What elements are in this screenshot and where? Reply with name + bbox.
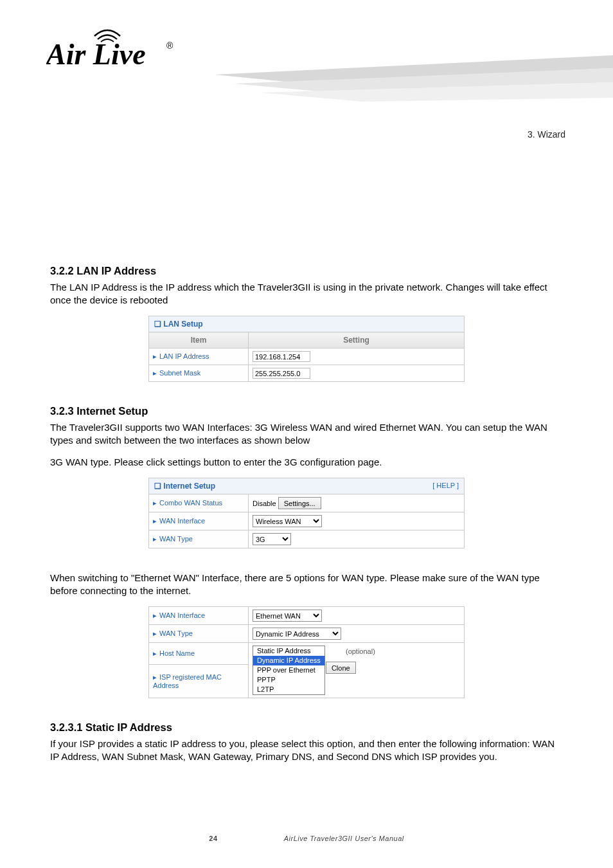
- section-lan-title: 3.2.2 LAN IP Address: [50, 265, 563, 277]
- page-footer: 24 AirLive Traveler3GII User's Manual: [209, 835, 404, 842]
- svg-marker-2: [215, 55, 613, 82]
- combo-wan-label: Combo WAN Status: [159, 499, 222, 507]
- page-header: Air Live ®: [0, 0, 613, 109]
- ether-wan-type-select[interactable]: Dynamic IP Address: [253, 628, 341, 640]
- ether-wan-interface-select[interactable]: Ethernet WAN: [253, 610, 322, 622]
- panel-caret-icon: ❏: [154, 482, 161, 491]
- section-internet-p1: The Traveler3GII supports two WAN Interf…: [50, 421, 563, 447]
- section-internet-title: 3.2.3 Internet Setup: [50, 405, 563, 417]
- col-item: Item: [149, 332, 249, 348]
- wan-type-label: WAN Type: [159, 535, 193, 543]
- panel-caret-icon: ❏: [154, 320, 161, 329]
- combo-wan-settings-button[interactable]: Settings...: [278, 497, 321, 509]
- lan-panel-title: LAN Setup: [163, 320, 202, 329]
- section-lan-body: The LAN IP Address is the IP address whi…: [50, 281, 563, 307]
- wan-type-option[interactable]: L2TP: [253, 685, 324, 694]
- row-caret-icon: ▸: [153, 673, 157, 681]
- svg-marker-4: [260, 82, 613, 102]
- ethernet-wan-panel: ▸WAN Interface Ethernet WAN ▸WAN Type Dy…: [148, 606, 465, 698]
- wan-type-option-selected[interactable]: Dynamic IP Address: [253, 656, 324, 665]
- subnet-mask-input[interactable]: [253, 368, 310, 379]
- svg-text:®: ®: [166, 41, 173, 51]
- combo-wan-status: Disable: [253, 500, 276, 507]
- header-divider: [215, 53, 613, 108]
- svg-marker-3: [234, 68, 613, 91]
- wan-type-option[interactable]: Static IP Address: [253, 646, 324, 656]
- wan-interface-label: WAN Interface: [159, 517, 205, 525]
- svg-text:Air Live: Air Live: [46, 38, 146, 71]
- lan-ip-input[interactable]: [253, 351, 310, 362]
- ether-wan-type-label: WAN Type: [159, 629, 193, 637]
- chapter-label: 3. Wizard: [528, 129, 565, 140]
- row-caret-icon: ▸: [153, 517, 157, 525]
- row-caret-icon: ▸: [153, 611, 157, 619]
- wan-type-dropdown-list[interactable]: Static IP Address Dynamic IP Address PPP…: [253, 646, 325, 695]
- col-setting: Setting: [249, 332, 465, 348]
- row-caret-icon: ▸: [153, 499, 157, 507]
- row-caret-icon: ▸: [153, 629, 157, 637]
- row-caret-icon: ▸: [153, 352, 157, 360]
- internet-setup-panel: ❏ Internet Setup [ HELP ] ▸Combo WAN Sta…: [148, 478, 465, 548]
- subnet-mask-label: Subnet Mask: [159, 369, 200, 377]
- host-name-label: Host Name: [159, 649, 195, 657]
- lan-setup-panel: ❏ LAN Setup Item Setting ▸LAN IP Address…: [148, 316, 465, 382]
- lan-ip-label: LAN IP Address: [159, 352, 209, 360]
- ether-wan-interface-label: WAN Interface: [159, 611, 205, 619]
- internet-panel-title: Internet Setup: [163, 482, 215, 491]
- isp-mac-label: ISP registered MAC Address: [153, 673, 222, 689]
- wan-interface-select[interactable]: Wireless WAN: [253, 515, 322, 527]
- clone-mac-button[interactable]: Clone: [326, 662, 356, 674]
- section-static-title: 3.2.3.1 Static IP Address: [50, 721, 563, 734]
- section-ether-body: When switching to "Ethernet WAN" Interfa…: [50, 572, 563, 597]
- wan-type-option[interactable]: PPP over Ethernet: [253, 665, 324, 675]
- page-number: 24: [209, 835, 217, 842]
- row-caret-icon: ▸: [153, 369, 157, 377]
- wan-type-select[interactable]: 3G: [253, 533, 291, 545]
- help-link[interactable]: [ HELP ]: [432, 482, 459, 489]
- brand-logo: Air Live ®: [46, 27, 175, 73]
- host-name-optional: (optional): [346, 647, 375, 655]
- section-static-body: If your ISP provides a static IP address…: [50, 737, 563, 763]
- wan-type-option[interactable]: PPTP: [253, 675, 324, 685]
- manual-title: AirLive Traveler3GII User's Manual: [284, 835, 404, 842]
- section-internet-p2: 3G WAN type. Please click settings butto…: [50, 456, 563, 469]
- row-caret-icon: ▸: [153, 535, 157, 543]
- row-caret-icon: ▸: [153, 649, 157, 657]
